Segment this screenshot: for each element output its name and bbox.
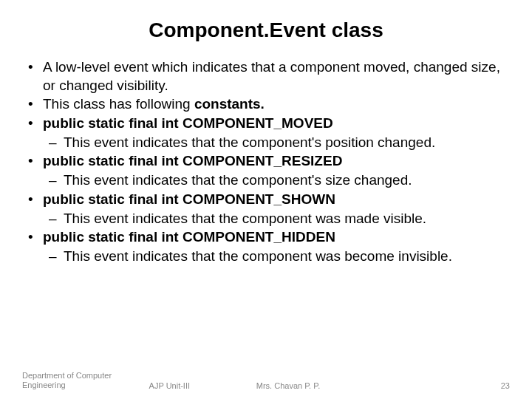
bullet-text-bold: public static final int COMPONENT_HIDDEN	[43, 229, 335, 245]
footer-unit: AJP Unit-III	[149, 381, 256, 390]
bullet-text-bold: constants.	[194, 96, 265, 112]
bullet-text-bold: public static final int COMPONENT_MOVED	[43, 115, 333, 131]
sub-bullet-text: This event indicates that the component'…	[64, 172, 412, 188]
sub-bullet-text: This event indicates that the component …	[64, 248, 452, 264]
bullet-item: A low-level event which indicates that a…	[22, 58, 510, 95]
sub-bullet-text: This event indicates that the component'…	[64, 134, 435, 150]
sub-bullet-item: This event indicates that the component …	[22, 248, 510, 266]
bullet-item: public static final int COMPONENT_HIDDEN	[22, 228, 510, 247]
sub-bullet-item: This event indicates that the component'…	[22, 134, 510, 152]
sub-bullet-item: This event indicates that the component …	[22, 210, 510, 228]
sub-bullet-item: This event indicates that the component'…	[22, 171, 510, 190]
slide: Component.Event class A low-level event …	[0, 0, 532, 399]
bullet-text-bold: public static final int COMPONENT_SHOWN	[43, 191, 335, 207]
bullet-item: public static final int COMPONENT_SHOWN	[22, 191, 510, 209]
bullet-item: This class has following constants.	[22, 95, 510, 114]
slide-title: Component.Event class	[22, 18, 510, 42]
slide-footer: Department of Computer Engineering AJP U…	[0, 371, 532, 390]
slide-content: A low-level event which indicates that a…	[22, 58, 510, 266]
footer-department: Department of Computer Engineering	[22, 371, 149, 390]
sub-bullet-text: This event indicates that the component …	[64, 211, 426, 226]
bullet-text-bold: public static final int COMPONENT_RESIZE…	[43, 153, 342, 168]
bullet-text: This class has following	[43, 96, 194, 112]
bullet-item: public static final int COMPONENT_RESIZE…	[22, 152, 510, 171]
footer-page-number: 23	[403, 381, 510, 390]
bullet-item: public static final int COMPONENT_MOVED	[22, 115, 510, 133]
bullet-text: A low-level event which indicates that a…	[43, 59, 500, 93]
bullet-list: A low-level event which indicates that a…	[22, 58, 510, 266]
footer-author: Mrs. Chavan P. P.	[256, 381, 403, 390]
